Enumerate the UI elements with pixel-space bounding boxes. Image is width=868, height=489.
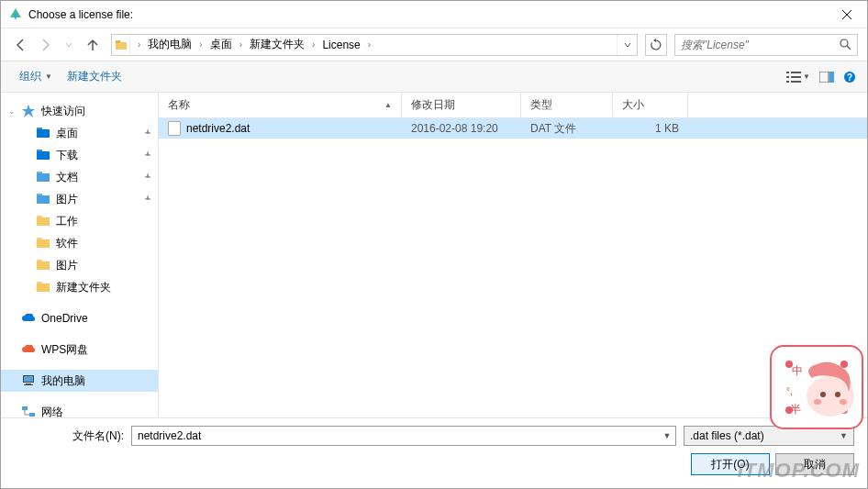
folder-icon: [36, 126, 50, 140]
sidebar-label: 网络: [41, 405, 63, 418]
sidebar-wps[interactable]: WPS网盘: [1, 339, 158, 361]
svg-rect-39: [24, 384, 33, 385]
file-size: 1 KB: [613, 122, 688, 135]
folder-icon: [36, 280, 50, 295]
svg-rect-16: [829, 72, 834, 83]
svg-rect-31: [37, 238, 42, 240]
breadcrumb[interactable]: ›我的电脑›桌面›新建文件夹›License›: [130, 35, 617, 55]
folder-icon: [36, 236, 50, 250]
svg-rect-23: [37, 150, 42, 152]
breadcrumb-item[interactable]: License: [318, 39, 363, 51]
forward-button[interactable]: [34, 34, 56, 56]
preview-pane-button[interactable]: [819, 72, 834, 83]
chevron-down-icon: ⌄: [8, 106, 16, 116]
cancel-button[interactable]: 取消: [775, 453, 854, 475]
organize-label: 组织: [19, 69, 41, 84]
breadcrumb-separator-icon: ›: [134, 39, 144, 50]
filename-input[interactable]: [132, 429, 659, 442]
file-date: 2016-02-08 19:20: [402, 122, 521, 135]
app-icon: [8, 7, 23, 22]
cloud-icon: [21, 342, 36, 357]
breadcrumb-item[interactable]: 桌面: [206, 37, 236, 52]
pin-icon: [143, 150, 152, 160]
pin-icon: [143, 128, 152, 138]
sidebar-item[interactable]: 新建文件夹: [1, 276, 158, 298]
column-header-name[interactable]: 名称 ▲: [159, 93, 402, 117]
sidebar-item-label: 图片: [56, 192, 78, 207]
breadcrumb-item[interactable]: 新建文件夹: [246, 37, 308, 52]
sidebar-item[interactable]: 软件: [1, 232, 158, 254]
svg-line-8: [847, 46, 851, 50]
sidebar-item[interactable]: 图片: [1, 188, 158, 210]
svg-rect-37: [24, 376, 33, 382]
refresh-button[interactable]: [645, 34, 667, 56]
svg-rect-15: [819, 72, 829, 83]
location-folder-icon[interactable]: [112, 35, 130, 55]
sidebar-quick-access[interactable]: ⌄ 快速访问: [1, 100, 158, 122]
svg-rect-40: [22, 406, 28, 410]
svg-rect-25: [37, 172, 42, 174]
svg-rect-20: [37, 129, 50, 138]
sidebar-item[interactable]: 文档: [1, 166, 158, 188]
sidebar-label: 快速访问: [41, 104, 85, 119]
breadcrumb-separator-icon: ›: [195, 39, 206, 50]
star-icon: [21, 104, 36, 118]
svg-rect-9: [786, 72, 789, 73]
sidebar-item-label: 新建文件夹: [56, 280, 111, 295]
help-button[interactable]: ?: [843, 71, 856, 83]
open-button[interactable]: 打开(O): [691, 453, 770, 475]
pin-icon: [143, 172, 152, 182]
sidebar-this-pc[interactable]: 我的电脑: [1, 370, 158, 392]
new-folder-button[interactable]: 新建文件夹: [60, 65, 129, 88]
pin-icon: [143, 194, 152, 204]
filter-label: .dat files (*.dat): [690, 429, 764, 442]
svg-rect-26: [37, 195, 50, 204]
sidebar-label: OneDrive: [41, 312, 88, 325]
folder-icon: [36, 148, 50, 162]
file-list[interactable]: netdrive2.dat 2016-02-08 19:20 DAT 文件 1 …: [159, 118, 867, 417]
organize-menu[interactable]: 组织 ▼: [12, 65, 60, 88]
back-button[interactable]: [10, 34, 32, 56]
search-icon[interactable]: [833, 39, 857, 50]
svg-rect-11: [786, 76, 789, 78]
svg-rect-14: [791, 81, 801, 83]
file-row[interactable]: netdrive2.dat 2016-02-08 19:20 DAT 文件 1 …: [159, 118, 867, 139]
svg-rect-30: [37, 239, 50, 248]
chevron-down-icon[interactable]: ▼: [659, 431, 675, 440]
sidebar-label: WPS网盘: [41, 342, 88, 358]
file-icon: [168, 121, 181, 136]
sidebar-item[interactable]: 桌面: [1, 122, 158, 144]
sidebar-item-label: 下载: [56, 148, 78, 163]
pc-icon: [21, 373, 36, 388]
search-input[interactable]: [675, 39, 833, 51]
sidebar-item[interactable]: 工作: [1, 210, 158, 232]
column-header-size[interactable]: 大小: [613, 93, 688, 117]
up-button[interactable]: [82, 34, 104, 56]
chevron-down-icon: ▼: [840, 431, 848, 440]
column-header-date[interactable]: 修改日期: [402, 93, 521, 117]
sidebar-onedrive[interactable]: OneDrive: [1, 307, 158, 329]
breadcrumb-item[interactable]: 我的电脑: [144, 37, 195, 52]
chevron-down-icon: ▼: [45, 72, 52, 81]
svg-rect-27: [37, 194, 42, 196]
breadcrumb-separator-icon: ›: [308, 39, 318, 50]
sidebar-item[interactable]: 下载: [1, 144, 158, 166]
svg-rect-34: [37, 283, 50, 292]
column-header-type[interactable]: 类型: [521, 93, 613, 117]
view-options-button[interactable]: ▼: [786, 71, 810, 83]
sidebar-network[interactable]: 网络: [1, 401, 158, 417]
breadcrumb-separator-icon: ›: [236, 39, 246, 50]
svg-point-7: [840, 39, 848, 47]
new-folder-label: 新建文件夹: [67, 69, 122, 84]
chevron-down-icon: ▼: [803, 72, 810, 81]
sidebar-item-label: 图片: [56, 258, 78, 273]
svg-rect-4: [116, 42, 127, 50]
recent-dropdown[interactable]: [58, 34, 80, 56]
sidebar-item[interactable]: 图片: [1, 254, 158, 276]
breadcrumb-dropdown[interactable]: [617, 35, 637, 55]
sidebar: ⌄ 快速访问 桌面下载文档图片工作软件图片新建文件夹 OneDrive WPS网…: [1, 93, 159, 417]
close-button[interactable]: [826, 1, 867, 28]
file-type-filter[interactable]: .dat files (*.dat) ▼: [684, 426, 854, 446]
sidebar-item-label: 软件: [56, 236, 78, 251]
filename-label: 文件名(N):: [14, 428, 124, 444]
